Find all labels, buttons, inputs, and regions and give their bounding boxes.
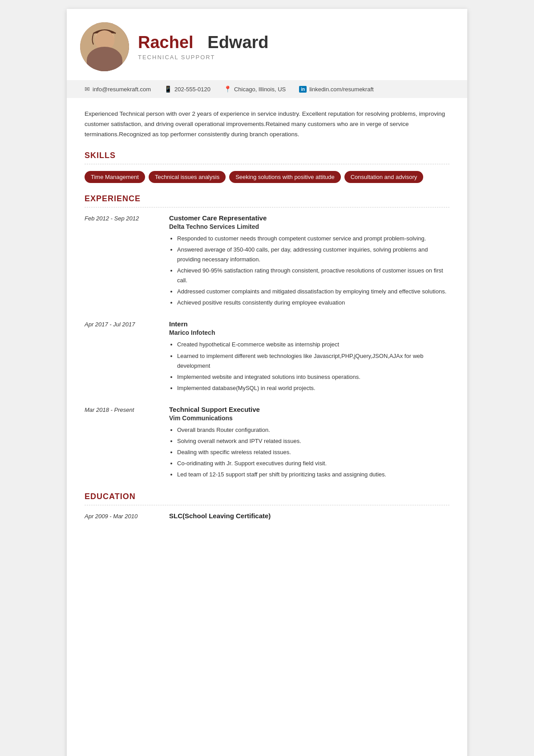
exp-title-0: Customer Care Representative: [169, 214, 449, 222]
exp-details-1: Intern Marico Infotech Created hypotheti…: [169, 320, 449, 394]
phone-contact: 📱 202-555-0120: [164, 85, 210, 93]
edu-degree-0: SLC(School Leaving Certificate): [169, 512, 449, 520]
education-section: EDUCATION Apr 2009 - Mar 2010 SLC(School…: [85, 492, 449, 520]
skill-badge-3: Consultation and advisory: [344, 171, 424, 183]
experience-title: EXPERIENCE: [85, 194, 449, 203]
contact-bar: ✉ info@resumekraft.com 📱 202-555-0120 📍 …: [67, 80, 467, 98]
first-name: Rachel: [138, 33, 194, 52]
exp-title-2: Technical Support Executive: [169, 406, 449, 413]
bullet-2-2: Dealing with specific wireless related i…: [177, 447, 449, 457]
email-text: info@resumekraft.com: [93, 86, 151, 93]
header-section: Rachel Edward TECHNICAL SUPPORT: [67, 9, 467, 80]
skill-badge-2: Seeking solutions with positive attitude: [229, 171, 341, 183]
main-content: Experienced Technical person with over 2…: [67, 98, 467, 542]
exp-details-0: Customer Care Representative Delta Techn…: [169, 214, 449, 309]
linkedin-contact: in linkedin.com/resumekraft: [299, 86, 373, 93]
education-title: EDUCATION: [85, 492, 449, 501]
bullet-1-1: Learned to implement different web techn…: [177, 351, 449, 371]
avatar: [80, 22, 129, 71]
exp-company-0: Delta Techno Services Limited: [169, 223, 449, 230]
linkedin-text: linkedin.com/resumekraft: [309, 86, 374, 93]
bullet-0-0: Responded to customer needs through comp…: [177, 234, 449, 244]
skills-title: SKILLS: [85, 151, 449, 160]
email-contact: ✉ info@resumekraft.com: [85, 85, 151, 93]
bullet-0-4: Achieved positive results consistently d…: [177, 298, 449, 308]
bullet-0-3: Addressed customer complaints and mitiga…: [177, 287, 449, 297]
exp-date-0: Feb 2012 - Sep 2012: [85, 214, 156, 309]
phone-icon: 📱: [164, 85, 172, 93]
skill-badge-0: Time Management: [85, 171, 145, 183]
skill-badge-1: Technical issues analysis: [149, 171, 226, 183]
phone-text: 202-555-0120: [174, 86, 210, 93]
education-divider: [85, 505, 449, 505]
exp-bullets-2: Overall brands Router configuration. Sol…: [169, 425, 449, 480]
location-contact: 📍 Chicago, Illinois, US: [224, 85, 286, 93]
exp-date-1: Apr 2017 - Jul 2017: [85, 320, 156, 394]
bullet-1-3: Implemented database(MySQL) in real worl…: [177, 383, 449, 393]
svg-point-4: [100, 36, 102, 40]
edu-date-0: Apr 2009 - Mar 2010: [85, 512, 156, 520]
svg-point-2: [88, 51, 121, 71]
skills-section: SKILLS Time Management Technical issues …: [85, 151, 449, 183]
last-name: Edward: [207, 33, 268, 52]
exp-company-2: Vim Communications: [169, 415, 449, 422]
experience-divider: [85, 207, 449, 207]
bullet-1-0: Created hypothetical E-commerce website …: [177, 340, 449, 350]
linkedin-icon: in: [299, 86, 307, 93]
skills-container: Time Management Technical issues analysi…: [85, 171, 449, 183]
bullet-2-3: Co-oridinating with Jr. Support executiv…: [177, 459, 449, 468]
edu-details-0: SLC(School Leaving Certificate): [169, 512, 449, 520]
exp-company-1: Marico Infotech: [169, 329, 449, 336]
edu-row-0: Apr 2009 - Mar 2010 SLC(School Leaving C…: [85, 512, 449, 520]
resume-document: Rachel Edward TECHNICAL SUPPORT ✉ info@r…: [67, 9, 467, 756]
summary-text: Experienced Technical person with over 2…: [85, 109, 449, 140]
experience-section: EXPERIENCE Feb 2012 - Sep 2012 Customer …: [85, 194, 449, 481]
svg-point-3: [97, 31, 113, 47]
location-icon: 📍: [224, 85, 231, 93]
exp-title-1: Intern: [169, 320, 449, 328]
experience-row-1: Apr 2017 - Jul 2017 Intern Marico Infote…: [85, 320, 449, 394]
bullet-0-2: Achieved 90-95% satisfaction rating thro…: [177, 266, 449, 285]
exp-date-2: Mar 2018 - Present: [85, 406, 156, 481]
full-name: Rachel Edward: [138, 33, 449, 52]
svg-point-5: [107, 36, 109, 40]
bullet-2-4: Led team of 12-15 support staff per shif…: [177, 470, 449, 480]
exp-bullets-0: Responded to customer needs through comp…: [169, 234, 449, 308]
email-icon: ✉: [85, 85, 90, 93]
location-text: Chicago, Illinois, US: [234, 86, 286, 93]
experience-row-2: Mar 2018 - Present Technical Support Exe…: [85, 406, 449, 481]
experience-row-0: Feb 2012 - Sep 2012 Customer Care Repres…: [85, 214, 449, 309]
bullet-2-0: Overall brands Router configuration.: [177, 425, 449, 435]
bullet-1-2: Implemented website and integrated solut…: [177, 372, 449, 382]
name-section: Rachel Edward TECHNICAL SUPPORT: [138, 33, 449, 61]
skills-divider: [85, 164, 449, 164]
job-title: TECHNICAL SUPPORT: [138, 54, 449, 61]
exp-details-2: Technical Support Executive Vim Communic…: [169, 406, 449, 481]
exp-bullets-1: Created hypothetical E-commerce website …: [169, 340, 449, 393]
bullet-2-1: Solving overall network and IPTV related…: [177, 436, 449, 446]
bullet-0-1: Answered average of 350-400 calls, per d…: [177, 245, 449, 264]
